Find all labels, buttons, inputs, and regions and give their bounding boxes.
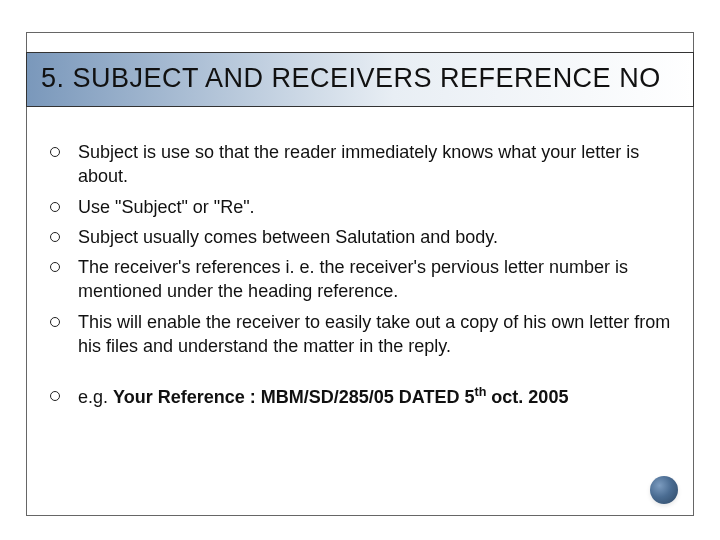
example-prefix: e.g.: [78, 387, 113, 407]
slide-title: 5. SUBJECT AND RECEIVERS REFERENCE NO: [41, 63, 661, 93]
title-box: 5. SUBJECT AND RECEIVERS REFERENCE NO: [26, 52, 694, 107]
bullet-text: Subject usually comes between Salutation…: [78, 227, 498, 247]
example-superscript: th: [474, 385, 486, 399]
bullet-text: Subject is use so that the reader immedi…: [78, 142, 639, 186]
example-list: e.g. Your Reference : MBM/SD/285/05 DATE…: [44, 384, 686, 409]
bullet-text: This will enable the receiver to easily …: [78, 312, 670, 356]
list-item: e.g. Your Reference : MBM/SD/285/05 DATE…: [44, 384, 686, 409]
spacer: [44, 364, 686, 384]
list-item: Subject usually comes between Salutation…: [44, 225, 686, 249]
bullet-list: Subject is use so that the reader immedi…: [44, 140, 686, 358]
bullet-text: Use "Subject" or "Re".: [78, 197, 255, 217]
list-item: Subject is use so that the reader immedi…: [44, 140, 686, 189]
bullet-text: The receiver's references i. e. the rece…: [78, 257, 628, 301]
list-item: This will enable the receiver to easily …: [44, 310, 686, 359]
example-bold-inner: Your Reference : MBM/SD/285/05 DATED 5: [113, 387, 474, 407]
example-rest: oct. 2005: [486, 387, 568, 407]
list-item: The receiver's references i. e. the rece…: [44, 255, 686, 304]
content-area: Subject is use so that the reader immedi…: [44, 140, 686, 416]
decorative-dot-icon: [650, 476, 678, 504]
list-item: Use "Subject" or "Re".: [44, 195, 686, 219]
example-bold-text: Your Reference : MBM/SD/285/05 DATED 5th…: [113, 387, 568, 407]
